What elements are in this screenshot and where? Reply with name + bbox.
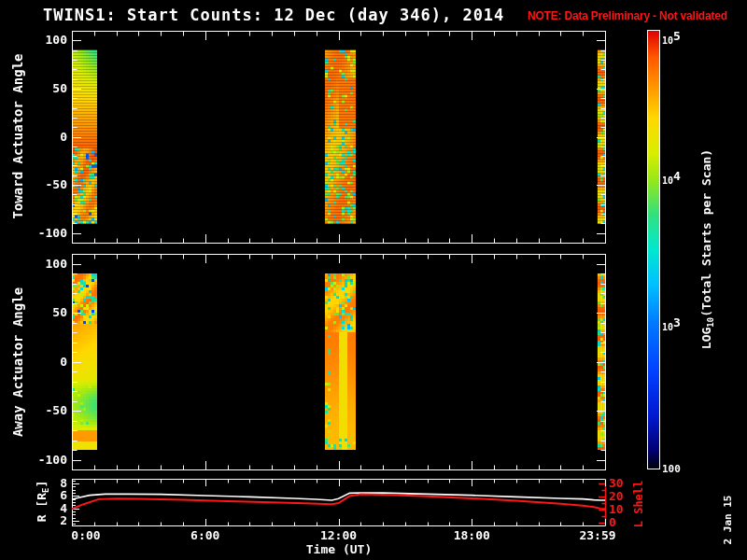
ytick-label-toward: 100	[26, 33, 67, 47]
ytick-label-r: 2	[26, 513, 67, 527]
ytick-label-away: 0	[26, 355, 67, 369]
ylabel-away: Away Actuator Angle	[10, 287, 25, 437]
colorbar-tick-label: 105	[662, 29, 681, 47]
figure-root: TWINS1: Start Counts: 12 Dec (day 346), …	[0, 0, 747, 560]
ytick-label-lshell: 30	[609, 476, 637, 490]
ytick-label-away: -100	[26, 453, 67, 467]
xtick-label: 6:00	[168, 528, 243, 542]
ytick-label-lshell: 10	[609, 502, 637, 516]
preliminary-note: NOTE: Data Preliminary - Not validated	[528, 9, 727, 22]
xtick-label: 12:00	[302, 528, 376, 542]
colorbar-tick-label: 104	[662, 169, 681, 187]
ytick-label-toward: -50	[26, 177, 67, 191]
ytick-label-away: 100	[26, 257, 67, 271]
ytick-label-toward: -100	[26, 226, 67, 240]
xtick-label: 0:00	[49, 528, 123, 542]
colorbar	[647, 30, 660, 469]
xaxis-label: Time (UT)	[264, 543, 414, 556]
date-stamp: 2 Jan 15	[722, 496, 734, 545]
colorbar-tick-label: 100	[662, 461, 681, 475]
ytick-label-away: -50	[26, 403, 67, 417]
colorbar-label: LOG10(Total Starts per Scan)	[699, 149, 715, 349]
ytick-label-away: 50	[26, 305, 67, 319]
ytick-label-lshell: 20	[609, 489, 637, 503]
colorbar-tick-label: 103	[662, 315, 681, 333]
xtick-label: 18:00	[434, 528, 509, 542]
ytick-label-toward: 0	[26, 130, 67, 144]
ytick-label-toward: 50	[26, 81, 67, 95]
xtick-label: 23:59	[560, 528, 635, 542]
ylabel-toward: Toward Actuator Angle	[10, 53, 25, 218]
ytick-label-lshell: 0	[609, 515, 637, 529]
page-title: TWINS1: Start Counts: 12 Dec (day 346), …	[43, 6, 504, 24]
